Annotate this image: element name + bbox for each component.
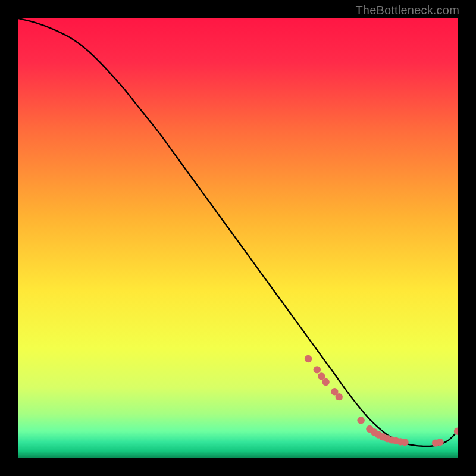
plot-background xyxy=(18,18,458,458)
marker-point xyxy=(401,439,408,446)
bottleneck-chart xyxy=(0,0,476,476)
marker-point xyxy=(357,416,364,424)
marker-point xyxy=(454,428,461,435)
marker-point xyxy=(305,355,312,362)
chart-stage: TheBottleneck.com xyxy=(0,0,476,476)
marker-point xyxy=(436,439,443,446)
watermark-text: TheBottleneck.com xyxy=(355,4,459,17)
marker-point xyxy=(322,378,329,386)
marker-point xyxy=(314,366,321,373)
marker-point xyxy=(336,393,343,400)
